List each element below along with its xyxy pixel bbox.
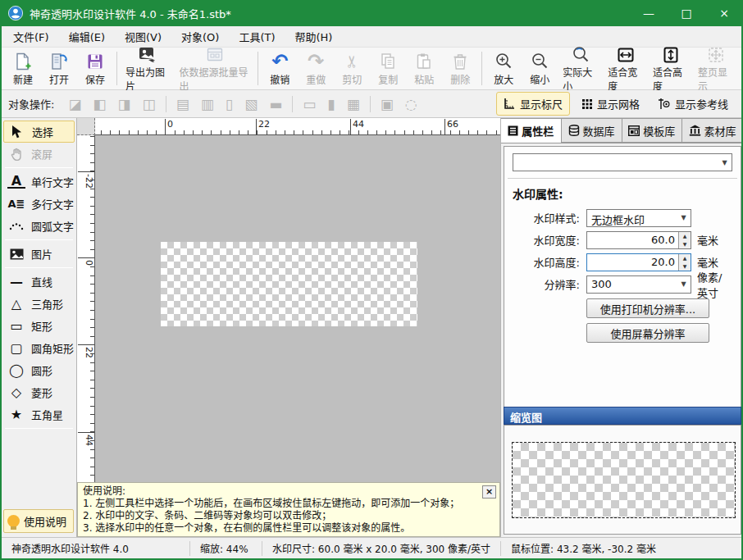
tool-line[interactable]: — 直线 [3,271,75,293]
actual-size-button[interactable]: 实际大小 [558,49,603,88]
status-zoom-level: 缩放: 44% [190,541,262,556]
tool-rounded-rectangle[interactable]: ▢ 圆角矩形 [3,337,75,359]
menu-file[interactable]: 文件(F) [5,25,57,48]
maximize-button[interactable]: □ [668,0,705,26]
export-image-button[interactable]: 导出为图片 [121,49,175,88]
fit-width-icon [616,45,636,65]
tool-single-line-text[interactable]: A 单行文字 [3,171,75,193]
help-line: 使用说明: [83,485,495,498]
show-guides-toggle[interactable]: 显示参考线 [651,93,735,115]
cursor-arrow-icon [8,125,26,139]
tab-database[interactable]: 数据库 [562,118,622,143]
save-button[interactable]: 保存 [77,49,113,88]
spinner-arrows[interactable]: ▲▼ [678,254,691,271]
spinner-arrows[interactable]: ▲▼ [678,232,691,248]
canvas-workspace[interactable] [96,136,500,482]
tool-diamond[interactable]: ◇ 菱形 [3,381,75,403]
chevron-down-icon: ▼ [677,210,691,226]
undo-button[interactable]: ↶ 撤销 [262,49,298,88]
ruler-tick-label: 44 [350,119,364,135]
rounded-rectangle-icon: ▢ [7,340,25,356]
image-icon [7,248,25,260]
show-ruler-toggle[interactable]: 显示标尺 [496,92,570,116]
title-bar: 神奇透明水印设计软件 4.0 - 未命名1.stb* — □ × [0,0,743,26]
tool-select[interactable]: 选择 [3,121,75,143]
spin-up-icon[interactable]: ▲ [679,232,691,240]
batch-export-icon [205,45,225,65]
style-label: 水印样式: [513,210,580,225]
spin-up-icon[interactable]: ▲ [679,254,691,262]
diamond-icon: ◇ [7,385,25,400]
new-button[interactable]: 新建 [5,49,41,88]
close-button[interactable]: × [705,0,743,26]
objectbar-separator [166,96,166,112]
ruler-tick-label: 0 [78,257,94,266]
canvas-area[interactable]: 0 22 44 66 -22 0 22 44 [77,118,500,482]
toolbar-separator [481,52,482,85]
tool-multi-line-text[interactable]: A≣ 多行文字 [3,193,75,215]
height-unit: 毫米 [697,254,718,270]
dpi-unit: 像素/英寸 [697,269,732,300]
menu-edit[interactable]: 编辑(E) [61,25,113,48]
help-close-button[interactable]: × [482,485,496,499]
right-panel: 属性栏 数据库 模板库 素材库 ▼ 水印属性: 水印样式: [500,118,743,537]
zoom-in-button[interactable]: 放大 [485,49,522,88]
cut-scissors-icon: ✂ [341,55,362,69]
full-page-button: 整页显示 [693,49,738,88]
tool-pan: 滚屏 [3,143,75,165]
tool-sidebar: 选择 滚屏 A 单行文字 A≣ 多行文字 圆弧文字 图片 [2,118,77,537]
triangle-icon: △ [7,296,25,312]
zoom-out-button[interactable]: 缩小 [522,49,558,88]
right-panel-tabs: 属性栏 数据库 模板库 素材库 [501,118,743,143]
material-bank-icon [689,125,701,136]
menu-help[interactable]: 帮助(H) [287,25,341,48]
ungroup-objects-icon: ◌ [399,96,423,112]
sidebar-separator [5,267,73,268]
tool-arc-text[interactable]: 圆弧文字 [3,215,75,237]
tool-star[interactable]: ★ 五角星 [3,403,75,426]
show-grid-toggle[interactable]: 显示网格 [575,93,646,115]
ruler-tick-label: 0 [165,119,173,135]
ruler-corner-box [77,118,95,135]
usage-help-button[interactable]: 使用说明 [3,509,74,533]
watermark-transparent-canvas[interactable] [161,242,417,326]
use-printer-resolution-button[interactable]: 使用打印机分辨率... [586,298,709,318]
distribute-h-icon: ▧ [239,96,263,112]
tab-templates[interactable]: 模板库 [622,118,683,143]
tool-rectangle[interactable]: ▭ 矩形 [3,315,75,337]
copy-icon [378,51,398,72]
watermark-width-spinner[interactable]: 60.0 ▲▼ [586,231,691,249]
line-icon: — [7,274,25,289]
open-button[interactable]: 打开 [41,49,77,88]
resolution-combobox[interactable]: 300 ▼ [586,275,691,294]
toolbar-separator [258,52,258,85]
tool-triangle[interactable]: △ 三角形 [3,293,75,315]
sidebar-separator [5,428,73,429]
dpi-label: 分辨率: [513,276,580,292]
database-icon [568,125,580,136]
watermark-style-combobox[interactable]: 无边框水印 ▼ [586,209,691,227]
tab-properties[interactable]: 属性栏 [501,118,562,143]
spin-down-icon[interactable]: ▼ [679,240,691,248]
guides-icon [658,98,671,110]
use-screen-resolution-button[interactable]: 使用屏幕分辨率 [586,323,709,343]
delete-trash-icon [450,51,470,72]
tab-materials[interactable]: 素材库 [682,118,743,143]
fit-height-icon [661,45,681,65]
width-unit: 毫米 [697,232,718,248]
ruler-tick-label: 44 [78,432,94,446]
fit-width-button[interactable]: 适合宽度 [603,49,648,88]
minimize-button[interactable]: — [630,0,668,26]
watermark-height-spinner[interactable]: 20.0 ▲▼ [586,253,691,271]
circle-icon: ◯ [7,362,25,378]
menu-tools[interactable]: 工具(T) [230,25,283,48]
spin-down-icon[interactable]: ▼ [679,262,691,271]
object-selector-combobox[interactable]: ▼ [513,153,732,171]
tool-image[interactable]: 图片 [3,243,75,265]
horizontal-ruler: 0 22 44 66 [95,118,500,135]
fit-height-button[interactable]: 适合高度 [648,49,693,88]
same-size-icon: ▯ [220,96,239,112]
tool-circle[interactable]: ◯ 圆形 [3,359,75,381]
new-document-icon [13,51,33,72]
status-bar: 神奇透明水印设计软件 4.0 缩放: 44% 水印尺寸: 60.0 毫米 x 2… [2,537,741,558]
